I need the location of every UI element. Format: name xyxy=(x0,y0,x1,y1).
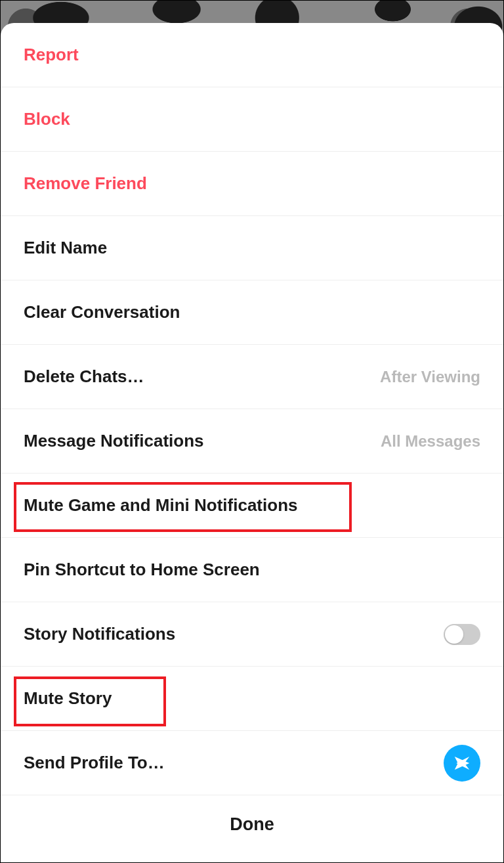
action-sheet: Report Block Remove Friend Edit Name Cle… xyxy=(1,23,503,862)
message-notifications-value: All Messages xyxy=(381,432,480,451)
send-profile-label: Send Profile To… xyxy=(24,753,165,773)
done-button[interactable]: Done xyxy=(1,795,503,853)
send-icon[interactable] xyxy=(444,745,480,782)
story-notifications-label: Story Notifications xyxy=(24,624,175,644)
edit-name-label: Edit Name xyxy=(24,238,107,258)
edit-name-button[interactable]: Edit Name xyxy=(1,216,503,280)
send-profile-button[interactable]: Send Profile To… xyxy=(1,731,503,795)
message-notifications-label: Message Notifications xyxy=(24,431,204,451)
story-notifications-toggle[interactable] xyxy=(444,624,480,645)
delete-chats-button[interactable]: Delete Chats… After Viewing xyxy=(1,345,503,409)
pin-shortcut-button[interactable]: Pin Shortcut to Home Screen xyxy=(1,538,503,602)
block-label: Block xyxy=(24,109,70,129)
pin-shortcut-label: Pin Shortcut to Home Screen xyxy=(24,560,260,580)
toggle-knob xyxy=(445,625,463,644)
report-button[interactable]: Report xyxy=(1,23,503,87)
report-label: Report xyxy=(24,45,79,65)
mute-game-mini-button[interactable]: Mute Game and Mini Notifications xyxy=(1,474,503,538)
message-notifications-button[interactable]: Message Notifications All Messages xyxy=(1,409,503,474)
mute-game-mini-label: Mute Game and Mini Notifications xyxy=(24,495,297,516)
delete-chats-value: After Viewing xyxy=(380,368,480,386)
mute-story-button[interactable]: Mute Story xyxy=(1,667,503,731)
mute-story-label: Mute Story xyxy=(24,688,112,709)
clear-conversation-label: Clear Conversation xyxy=(24,302,180,322)
remove-friend-button[interactable]: Remove Friend xyxy=(1,152,503,216)
done-label: Done xyxy=(230,814,274,835)
block-button[interactable]: Block xyxy=(1,87,503,152)
clear-conversation-button[interactable]: Clear Conversation xyxy=(1,280,503,345)
delete-chats-label: Delete Chats… xyxy=(24,366,144,387)
story-notifications-row: Story Notifications xyxy=(1,602,503,667)
remove-friend-label: Remove Friend xyxy=(24,173,147,194)
